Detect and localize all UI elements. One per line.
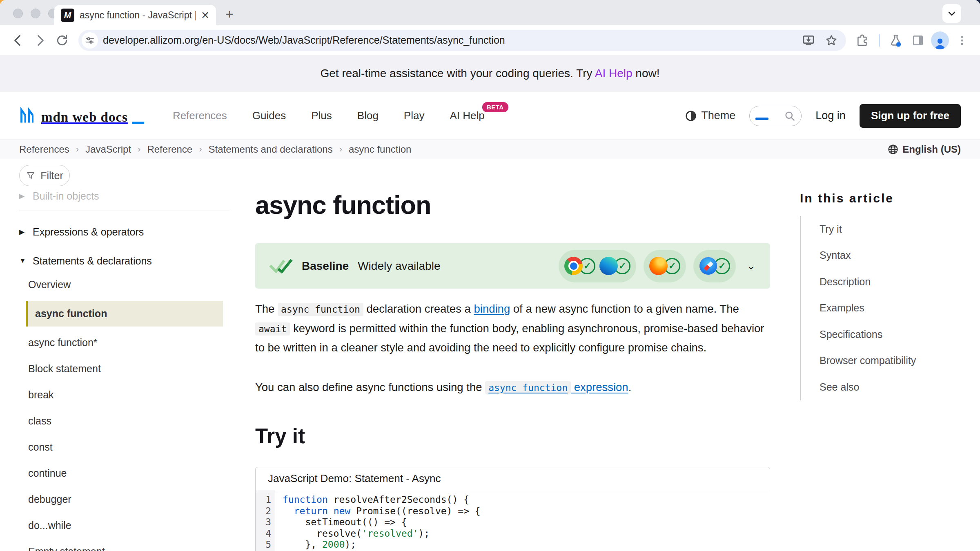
nav-item-blog[interactable]: Blog bbox=[357, 109, 379, 122]
bookmark-button[interactable] bbox=[822, 31, 840, 49]
sidebar-item-debugger[interactable]: debugger bbox=[19, 486, 229, 512]
toc-link-syntax[interactable]: Syntax bbox=[820, 249, 851, 261]
back-button[interactable] bbox=[9, 31, 27, 49]
flask-icon bbox=[889, 33, 903, 47]
forward-button[interactable] bbox=[31, 31, 49, 49]
browser-tab[interactable]: M async function - JavaScript | ✕ bbox=[54, 5, 216, 25]
inline-code: async function bbox=[278, 303, 363, 316]
ai-help-banner-link[interactable]: AI Help bbox=[595, 67, 633, 80]
extensions-button[interactable] bbox=[853, 31, 871, 49]
url-text: developer.allizom.org/en-US/docs/Web/Jav… bbox=[103, 34, 795, 46]
reload-button[interactable] bbox=[53, 31, 71, 49]
sidebar-divider bbox=[19, 211, 229, 211]
table-of-contents: In this article Try itSyntaxDescriptionE… bbox=[800, 159, 976, 400]
sidebar-item-async-function[interactable]: async function* bbox=[19, 329, 229, 355]
sidebar-item-break[interactable]: break bbox=[19, 382, 229, 408]
breadcrumb-reference[interactable]: Reference bbox=[147, 144, 192, 155]
breadcrumb-statements-and-declarations[interactable]: Statements and declarations bbox=[209, 144, 333, 155]
profile-button[interactable] bbox=[931, 31, 949, 49]
baseline-expand-chevron-icon[interactable]: ⌄ bbox=[746, 260, 755, 272]
link-binding[interactable]: binding bbox=[474, 302, 510, 315]
breadcrumb-async-function[interactable]: async function bbox=[349, 144, 411, 155]
mdn-logo[interactable]: mdn web docs bbox=[19, 107, 144, 125]
install-page-button[interactable] bbox=[800, 31, 817, 49]
side-panel-button[interactable] bbox=[909, 31, 927, 49]
signup-button[interactable]: Sign up for free bbox=[860, 104, 961, 128]
sidebar-item-do-while[interactable]: do...while bbox=[19, 512, 229, 538]
tab-title: async function - JavaScript | bbox=[80, 10, 196, 21]
address-bar[interactable]: developer.allizom.org/en-US/docs/Web/Jav… bbox=[78, 30, 846, 51]
sidebar-item-empty-statement[interactable]: Empty statement bbox=[19, 538, 229, 551]
minimize-window-button[interactable] bbox=[31, 9, 40, 18]
profile-icon bbox=[933, 36, 947, 49]
demo-title: JavaScript Demo: Statement - Async bbox=[256, 467, 770, 490]
firefox-icon bbox=[649, 257, 668, 275]
experiments-button[interactable] bbox=[887, 31, 905, 49]
login-link[interactable]: Log in bbox=[815, 109, 846, 122]
close-window-button[interactable] bbox=[13, 9, 23, 18]
toc-item-try-it: Try it bbox=[801, 216, 976, 242]
breadcrumb: References›JavaScript›Reference›Statemen… bbox=[19, 144, 411, 155]
toc-link-see-also[interactable]: See also bbox=[820, 381, 859, 393]
nav-item-references[interactable]: References bbox=[173, 109, 227, 122]
tab-search-button[interactable] bbox=[942, 4, 961, 23]
breadcrumb-separator: › bbox=[199, 144, 202, 155]
sidebar: Filter ▶ Built-in objects ▶Expressions &… bbox=[19, 165, 229, 551]
baseline-banner[interactable]: Baseline Widely available ✓✓✓✓ ⌄ bbox=[255, 243, 770, 289]
breadcrumb-separator: › bbox=[76, 144, 79, 155]
browser-support-pill: ✓✓ bbox=[559, 250, 636, 282]
browser-window: M async function - JavaScript | ✕ + deve… bbox=[0, 0, 980, 551]
beta-badge: BETA bbox=[482, 102, 508, 112]
theme-button[interactable]: Theme bbox=[685, 109, 735, 122]
forward-icon bbox=[33, 33, 47, 47]
nav-item-guides[interactable]: Guides bbox=[252, 109, 286, 122]
intro-paragraph: The async function declaration creates a… bbox=[255, 300, 770, 358]
sidebar-item-overview[interactable]: Overview bbox=[19, 271, 229, 298]
breadcrumb-references[interactable]: References bbox=[19, 144, 69, 155]
toc-link-try-it[interactable]: Try it bbox=[820, 223, 842, 235]
toc-item-syntax: Syntax bbox=[801, 242, 976, 269]
language-switcher[interactable]: English (US) bbox=[887, 144, 961, 155]
sidebar-item-block-statement[interactable]: Block statement bbox=[19, 355, 229, 382]
chrome-support: ✓ bbox=[564, 257, 595, 275]
nav-item-ai-help[interactable]: AI HelpBETA bbox=[450, 109, 484, 122]
safari-icon bbox=[699, 257, 717, 275]
link-expression[interactable]: expression bbox=[571, 381, 628, 393]
sidebar-item-class[interactable]: class bbox=[19, 408, 229, 434]
sidebar-item-const[interactable]: const bbox=[19, 434, 229, 460]
main-nav: ReferencesGuidesPlusBlogPlayAI HelpBETA bbox=[173, 109, 485, 122]
page-content: Filter ▶ Built-in objects ▶Expressions &… bbox=[0, 159, 980, 551]
code-line: return new Promise((resolve) => { bbox=[283, 506, 481, 517]
browser-toolbar: developer.allizom.org/en-US/docs/Web/Jav… bbox=[0, 25, 980, 55]
banner-text: Get real-time assistance with your codin… bbox=[320, 67, 659, 80]
search-input[interactable] bbox=[749, 106, 802, 126]
code-editor[interactable]: 123456 function resolveAfter2Seconds() {… bbox=[256, 490, 770, 551]
expression-paragraph: You can also define async functions usin… bbox=[255, 378, 770, 398]
interactive-demo: JavaScript Demo: Statement - Async 12345… bbox=[255, 467, 770, 551]
search-icon bbox=[784, 110, 795, 122]
sidebar-section-expressions-operators[interactable]: ▶Expressions & operators bbox=[19, 224, 229, 240]
sidebar-item-continue[interactable]: continue bbox=[19, 460, 229, 486]
site-info-button[interactable] bbox=[82, 32, 98, 49]
chevron-right-icon: ▶ bbox=[19, 228, 27, 236]
toc-heading: In this article bbox=[800, 191, 976, 205]
nav-item-play[interactable]: Play bbox=[404, 109, 425, 122]
new-tab-button[interactable]: + bbox=[225, 6, 234, 22]
toc-link-description[interactable]: Description bbox=[820, 276, 871, 288]
sidebar-section-statements-declarations[interactable]: ▼Statements & declarations bbox=[19, 253, 229, 269]
sidebar-filter-button[interactable]: Filter bbox=[19, 165, 70, 186]
browser-menu-button[interactable] bbox=[953, 31, 971, 49]
sidebar-item-built-in-objects[interactable]: ▶ Built-in objects bbox=[19, 188, 229, 204]
toc-link-specifications[interactable]: Specifications bbox=[820, 329, 882, 340]
toc-link-examples[interactable]: Examples bbox=[820, 302, 864, 314]
kebab-menu-icon bbox=[956, 34, 968, 47]
sidebar-item-async-function[interactable]: async function bbox=[19, 298, 229, 329]
close-tab-icon[interactable]: ✕ bbox=[201, 9, 209, 21]
toc-link-browser-compatibility[interactable]: Browser compatibility bbox=[820, 355, 916, 367]
nav-item-plus[interactable]: Plus bbox=[311, 109, 332, 122]
link-async-function[interactable]: async function bbox=[485, 381, 571, 393]
mdn-favicon: M bbox=[61, 9, 74, 22]
logo-underscore bbox=[132, 122, 144, 124]
breadcrumb-javascript[interactable]: JavaScript bbox=[85, 144, 131, 155]
code-line: setTimeout(() => { bbox=[283, 517, 481, 528]
